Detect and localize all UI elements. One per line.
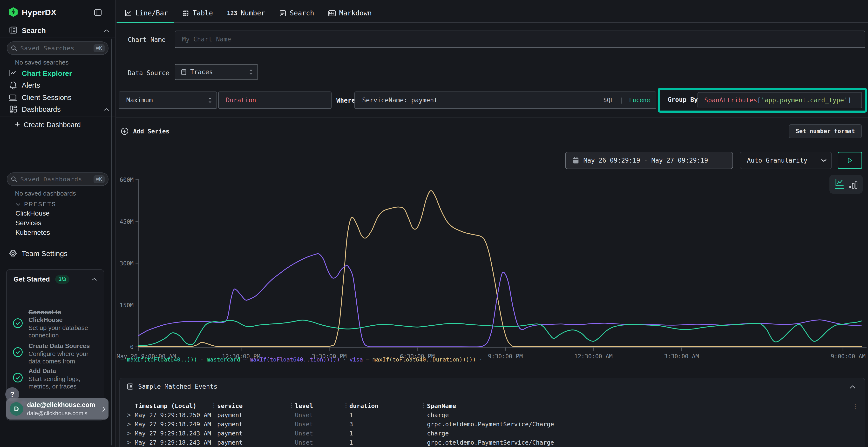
checklist-item-desc: Configure where your data comes from [28, 350, 101, 365]
active-tab-underline [117, 22, 174, 23]
legend-token[interactable]: · [200, 356, 204, 363]
legend-token[interactable]: maxIf(toFloat640..))) [127, 356, 197, 363]
collapse-sidebar-icon[interactable] [94, 9, 102, 16]
group-by-token: SpanAttributes [704, 97, 757, 104]
sidebar-item-client-sessions[interactable]: Client Sessions [22, 94, 72, 102]
legend-token[interactable]: — [121, 356, 124, 363]
column-resize-handle-icon[interactable]: ⋮ [421, 402, 427, 409]
user-card[interactable]: D dale@clickhouse.com dale@clickhouse.co… [6, 398, 108, 419]
preset-kubernetes[interactable]: Kubernetes [16, 229, 50, 237]
legend-token[interactable]: maxIf(toFloat640..tion))))) [250, 356, 340, 363]
group-by-label: Group By [668, 96, 698, 103]
table-options-kebab-icon[interactable]: ⋮ [852, 403, 858, 410]
granularity-select[interactable]: Auto Granularity [740, 152, 832, 169]
legend-token[interactable]: visa [350, 356, 363, 363]
check-circle-icon [12, 372, 23, 383]
series-line-visa [138, 254, 862, 347]
column-header[interactable]: service⋮ [217, 403, 295, 409]
aggregation-select[interactable]: Maximum [119, 92, 217, 109]
tab-search[interactable]: Search [279, 9, 314, 17]
column-header[interactable]: Timestamp (Local) [135, 403, 217, 409]
chevron-up-icon[interactable] [91, 277, 97, 281]
column-header[interactable]: level⋮ [295, 403, 349, 409]
expand-row-icon[interactable]: > [127, 439, 131, 446]
chevron-right-icon [102, 406, 105, 412]
chart-name-input[interactable]: My Chart Name [175, 31, 865, 48]
expand-row-icon[interactable]: > [127, 429, 131, 437]
date-range-picker[interactable]: May 26 09:29:19 - May 27 09:29:19 [565, 152, 733, 169]
collapse-panel-icon[interactable] [849, 385, 856, 389]
client-sessions-icon [8, 94, 18, 102]
table-cell: grpc.oteldemo.PaymentService/Charge [427, 439, 865, 446]
help-question-mark: ? [10, 390, 14, 398]
sidebar-item-dashboards[interactable]: Dashboards [22, 105, 61, 113]
column-header[interactable]: SpanName⋮ [427, 403, 865, 409]
table-cell: 1 [349, 412, 427, 419]
legend-token[interactable]: mastercard [207, 356, 240, 363]
divider [116, 56, 868, 56]
column-resize-handle-icon[interactable]: ⋮ [289, 402, 294, 409]
legend-token[interactable]: maxIf(toFloat640..Duration))))) [373, 356, 476, 363]
query-language-toggle[interactable]: SQL | Lucene [603, 97, 650, 104]
table-row[interactable]: >May 27 9:29:18.250 AMpaymentUnset1charg… [120, 410, 865, 419]
saved-dashboards-placeholder: Saved Dashboards [20, 176, 82, 183]
data-source-select[interactable]: Traces [175, 64, 258, 80]
tab-table[interactable]: Table [182, 9, 213, 17]
gear-icon [9, 249, 18, 258]
preset-services[interactable]: Services [16, 219, 41, 227]
group-by-token: 'app.payment.card_type' [761, 97, 848, 104]
where-input[interactable]: ServiceName: payment SQL | Lucene [354, 92, 656, 109]
sidebar-item-alerts[interactable]: Alerts [22, 81, 40, 89]
tab-line-bar[interactable]: Line/Bar [124, 9, 168, 17]
chevron-up-icon[interactable] [103, 29, 110, 33]
plus-icon [14, 122, 20, 127]
sidebar-item-team-settings[interactable]: Team Settings [22, 249, 67, 258]
checklist-item[interactable]: Create Data Sources Configure where your… [28, 342, 103, 365]
table-row[interactable]: >May 27 9:29:18.249 AMpaymentUnset3grpc.… [120, 419, 865, 429]
preset-clickhouse[interactable]: ClickHouse [16, 209, 50, 217]
legend-token[interactable]: · [479, 356, 483, 363]
table-row[interactable]: >May 27 9:29:18.243 AMpaymentUnset1charg… [120, 429, 865, 438]
run-query-button[interactable] [838, 152, 862, 169]
chart-legend[interactable]: —maxIf(toFloat640..)))·mastercard—maxIf(… [121, 356, 863, 363]
legend-token[interactable]: · [343, 356, 346, 363]
check-circle-icon [12, 318, 23, 329]
add-series-button[interactable]: Add Series [121, 127, 169, 135]
panel-header[interactable]: Sample Matched Events [127, 383, 217, 390]
table-cell: May 27 9:29:18.243 AM [135, 439, 217, 446]
table-cell: 1 [349, 430, 427, 437]
group-by-input[interactable]: SpanAttributes['app.payment.card_type'] [698, 92, 862, 108]
chevron-up-icon[interactable] [103, 108, 110, 111]
column-header[interactable]: duration⋮ [349, 403, 427, 409]
sidebar-section-search[interactable]: Search [22, 27, 46, 35]
table-row[interactable]: >May 27 9:29:18.243 AMpaymentUnset1grpc.… [120, 438, 865, 447]
saved-searches-input[interactable]: Saved Searches ⌘K [7, 41, 108, 55]
lucene-toggle[interactable]: Lucene [629, 97, 650, 104]
divider [116, 117, 868, 117]
column-resize-handle-icon[interactable]: ⋮ [211, 402, 217, 409]
expand-row-icon[interactable]: > [127, 411, 131, 419]
sql-toggle[interactable]: SQL [603, 97, 614, 104]
checklist-item[interactable]: Add Data Start sending logs, metrics, or… [28, 367, 103, 390]
database-icon [181, 68, 187, 76]
set-number-format-button[interactable]: Set number format [789, 124, 862, 138]
timeseries-chart[interactable]: 0150M300M450M600MMay 26 9:00:00 AM12:30:… [116, 169, 868, 359]
legend-token[interactable]: — [366, 356, 369, 363]
chevron-down-icon[interactable] [16, 203, 21, 206]
create-dashboard-button[interactable]: Create Dashboard [24, 121, 81, 129]
field-input[interactable]: Duration [218, 92, 332, 109]
checklist-item-title: Add Data [28, 367, 103, 375]
tab-number[interactable]: 123 Number [227, 9, 265, 17]
column-resize-handle-icon[interactable]: ⋮ [343, 402, 349, 409]
shortcut-badge: ⌘K [94, 175, 105, 183]
checklist-item[interactable]: Connect to ClickHouse Set up your databa… [28, 308, 101, 339]
sidebar-item-chart-explorer[interactable]: Chart Explorer [22, 69, 72, 77]
presets-label[interactable]: PRESETS [24, 201, 56, 208]
sidebar-scrollbar[interactable] [112, 38, 112, 446]
saved-dashboards-input[interactable]: Saved Dashboards ⌘K [7, 172, 108, 186]
number-123-icon: 123 [227, 10, 237, 16]
sidebar: HyperDX Search Saved Searches ⌘K No [0, 0, 116, 447]
tab-markdown[interactable]: Markdown [328, 9, 372, 17]
expand-row-icon[interactable]: > [127, 420, 131, 428]
legend-token[interactable]: — [243, 356, 247, 363]
